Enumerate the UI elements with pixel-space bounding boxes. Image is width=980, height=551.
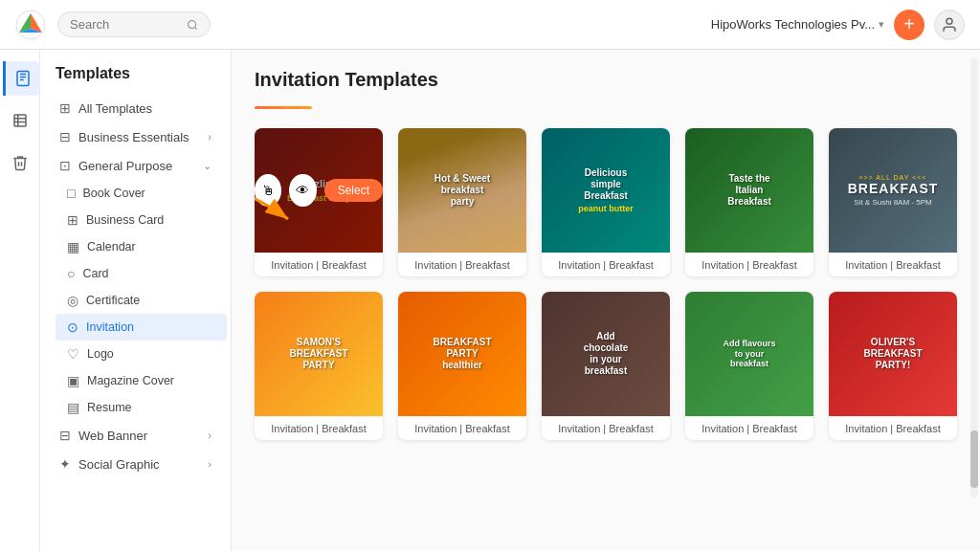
cursor-icon[interactable]: 🖱 bbox=[255, 174, 281, 207]
briefcase-icon: ⊟ bbox=[59, 129, 71, 144]
chevron-down-icon: ⌄ bbox=[203, 160, 212, 172]
sidebar-item-card[interactable]: ○ Card bbox=[56, 260, 227, 287]
template-thumbnail-4: Taste theItalianBreakfast bbox=[685, 128, 813, 253]
sidebar-item-invitation[interactable]: ⊙ Invitation bbox=[56, 314, 227, 341]
sidebar-title: Templates bbox=[40, 65, 231, 94]
template-thumbnail-5: >>> ALL DAY <<< BREAKFAST Sit & Sushi 8A… bbox=[829, 128, 957, 253]
template-card-7[interactable]: BREAKFASTPARTYhealthier Invitation | Bre… bbox=[398, 292, 526, 440]
search-input[interactable] bbox=[70, 17, 181, 32]
template-thumbnail-7: BREAKFASTPARTYhealthier bbox=[398, 292, 526, 416]
template-hover-overlay-1: 🖱 👁 Select bbox=[255, 128, 383, 253]
purpose-icon: ⊡ bbox=[59, 158, 71, 173]
template-card-5[interactable]: >>> ALL DAY <<< BREAKFAST Sit & Sushi 8A… bbox=[829, 128, 957, 276]
app-logo bbox=[15, 10, 46, 40]
template-card-6[interactable]: SAMON'SBREAKFASTPARTY Invitation | Break… bbox=[255, 292, 383, 440]
company-name[interactable]: HipoWorks Technologies Pv... ▾ bbox=[711, 17, 884, 32]
sidebar-item-general-purpose[interactable]: ⊡ General Purpose ⌄ bbox=[44, 151, 227, 180]
chevron-right-icon-3: › bbox=[208, 458, 212, 470]
sidebar-item-all-templates[interactable]: ⊞ All Templates bbox=[44, 94, 227, 122]
main-layout: Templates ⊞ All Templates ⊟ Business Ess… bbox=[0, 50, 980, 551]
svg-line-2 bbox=[194, 27, 196, 29]
template-card-3[interactable]: DelicioussimpleBreakfast peanut butter I… bbox=[542, 128, 670, 276]
sidebar-item-certificate[interactable]: ◎ Certificate bbox=[56, 287, 227, 314]
chevron-down-icon: ▾ bbox=[879, 18, 884, 31]
sidebar-item-social-graphic[interactable]: ✦ Social Graphic › bbox=[44, 450, 227, 478]
template-card-10[interactable]: OLIVER'SBREAKFASTPARTY! Invitation | Bre… bbox=[829, 292, 957, 440]
sidebar-item-resume[interactable]: ▤ Resume bbox=[56, 394, 227, 421]
template-thumbnail-8: Addchocolatein yourbreakfast bbox=[542, 292, 670, 416]
eye-icon[interactable]: 👁 bbox=[289, 174, 316, 207]
search-icon bbox=[187, 18, 198, 32]
search-box[interactable] bbox=[57, 11, 211, 37]
grid-icon: ⊞ bbox=[59, 100, 71, 116]
template-label-7: Invitation | Breakfast bbox=[398, 416, 526, 440]
template-label-3: Invitation | Breakfast bbox=[542, 253, 670, 276]
general-purpose-submenu: □ Book Cover ⊞ Business Card ▦ Calendar … bbox=[40, 180, 231, 421]
sidebar-item-business-card[interactable]: ⊞ Business Card bbox=[56, 207, 227, 233]
sidebar-item-magazine-cover[interactable]: ▣ Magazine Cover bbox=[56, 367, 227, 394]
select-button-1[interactable]: Select bbox=[324, 179, 383, 202]
template-grid-row2: SAMON'SBREAKFASTPARTY Invitation | Break… bbox=[255, 292, 957, 440]
profile-icon[interactable] bbox=[934, 10, 965, 40]
template-thumbnail-10: OLIVER'SBREAKFASTPARTY! bbox=[829, 292, 957, 416]
sidebar-item-calendar[interactable]: ▦ Calendar bbox=[56, 233, 227, 260]
svg-rect-8 bbox=[14, 115, 26, 126]
sidebar-item-book-cover[interactable]: □ Book Cover bbox=[56, 180, 227, 207]
template-card-4[interactable]: Taste theItalianBreakfast Invitation | B… bbox=[685, 128, 813, 276]
scrollbar-thumb[interactable] bbox=[970, 430, 978, 488]
scrollbar-track[interactable] bbox=[970, 57, 978, 497]
template-thumbnail-6: SAMON'SBREAKFASTPARTY bbox=[255, 292, 383, 416]
template-grid-row1: Sizzling Breakfast Party 🖱 👁 Select bbox=[255, 128, 957, 276]
template-label-6: Invitation | Breakfast bbox=[255, 416, 383, 440]
template-thumbnail-3: DelicioussimpleBreakfast peanut butter bbox=[542, 128, 670, 253]
template-card-9[interactable]: Add flavoursto yourbreakfast Invitation … bbox=[685, 292, 813, 440]
template-thumbnail-9: Add flavoursto yourbreakfast bbox=[685, 292, 813, 416]
template-thumbnail-2: Hot & Sweetbreakfastparty bbox=[398, 128, 526, 253]
left-sidebar: Templates ⊞ All Templates ⊟ Business Ess… bbox=[40, 50, 232, 551]
template-card-1[interactable]: Sizzling Breakfast Party 🖱 👁 Select bbox=[255, 128, 383, 276]
topbar: HipoWorks Technologies Pv... ▾ + bbox=[0, 0, 980, 50]
title-underline bbox=[255, 106, 312, 109]
template-label-5: Invitation | Breakfast bbox=[829, 253, 957, 276]
sidebar-icon-document[interactable] bbox=[3, 61, 40, 96]
page-title: Invitation Templates bbox=[255, 69, 957, 91]
sidebar-icon-layers[interactable] bbox=[3, 103, 37, 138]
topbar-right: HipoWorks Technologies Pv... ▾ + bbox=[711, 10, 965, 40]
sidebar-item-logo[interactable]: ♡ Logo bbox=[56, 341, 227, 367]
template-label-9: Invitation | Breakfast bbox=[685, 416, 813, 440]
template-label-2: Invitation | Breakfast bbox=[398, 253, 526, 276]
template-card-8[interactable]: Addchocolatein yourbreakfast Invitation … bbox=[542, 292, 670, 440]
template-label-8: Invitation | Breakfast bbox=[542, 416, 670, 440]
sidebar-icon-trash[interactable] bbox=[3, 145, 37, 180]
svg-point-1 bbox=[188, 20, 195, 28]
template-label-10: Invitation | Breakfast bbox=[829, 416, 957, 440]
chevron-right-icon-2: › bbox=[208, 430, 212, 441]
sidebar-item-web-banner[interactable]: ⊟ Web Banner › bbox=[44, 421, 227, 450]
sidebar-item-business-essentials[interactable]: ⊟ Business Essentials › bbox=[44, 122, 227, 151]
icon-sidebar bbox=[0, 50, 40, 551]
svg-point-3 bbox=[947, 18, 952, 24]
template-thumbnail-1: Sizzling Breakfast Party 🖱 👁 Select bbox=[255, 128, 383, 253]
template-card-2[interactable]: Hot & Sweetbreakfastparty Invitation | B… bbox=[398, 128, 526, 276]
add-button[interactable]: + bbox=[894, 10, 924, 40]
chevron-right-icon: › bbox=[208, 131, 212, 143]
content-area: Invitation Templates Sizzling Breakfast … bbox=[232, 50, 980, 551]
template-label-4: Invitation | Breakfast bbox=[685, 253, 813, 276]
template-label-1: Invitation | Breakfast bbox=[255, 253, 383, 276]
